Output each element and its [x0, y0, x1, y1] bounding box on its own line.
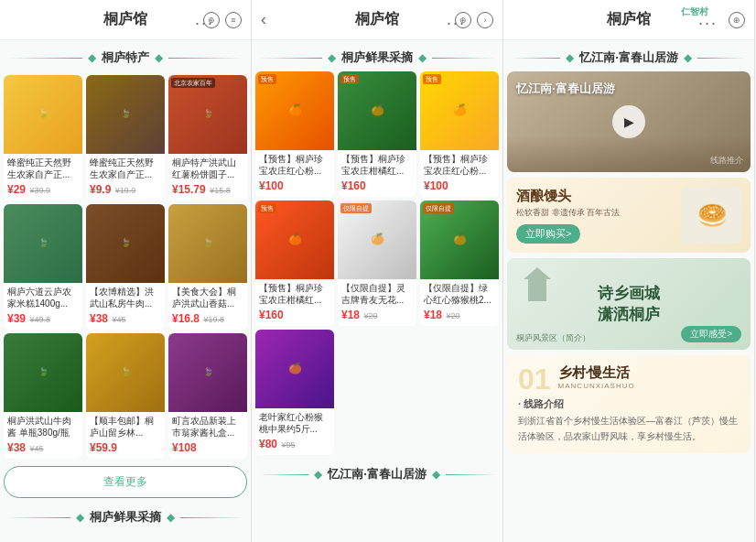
search-icon[interactable]: ⊕ — [203, 12, 220, 28]
product-image: 🍃 — [4, 204, 82, 283]
menu-icon[interactable]: ≡ — [225, 12, 242, 28]
product-info: 桐庐特产洪武山红薯粉饼圆子... ¥15.79 ¥15.8 — [168, 154, 247, 201]
fruit-product-image: 预售 🍊 — [338, 71, 416, 150]
product-title: 【顺丰包邮】桐庐山留乡林... — [90, 415, 161, 439]
video-banner[interactable]: 忆江南·富春山居游 ▶ 线路推介 — [507, 71, 751, 172]
fruit-pricing: ¥18 ¥20 — [424, 306, 495, 322]
fruit-product-card[interactable]: 预售 🍊 【预售】桐庐珍宝农庄柑橘红... ¥160 — [255, 201, 334, 326]
product-info: 蜂蜜纯正天然野生农家自产正... ¥29 ¥39.9 — [4, 154, 82, 201]
product-card[interactable]: 🍃 【顺丰包邮】桐庐山留乡林... ¥59.9 — [86, 333, 165, 459]
heading-icon: ◆ — [88, 51, 96, 64]
product-title: 【农博精选】洪武山私房牛肉... — [90, 286, 161, 309]
product-card[interactable]: 🍃 蜂蜜纯正天然野生农家自产正... ¥29 ¥39.9 — [4, 75, 82, 201]
fruit-tag: 仅限自提 — [340, 203, 372, 213]
fruit-title: 【预售】桐庐珍宝农庄柑橘红... — [341, 153, 413, 177]
product-card[interactable]: 🍃 桐庐洪武山牛肉酱 单瓶380g/瓶 ¥38 ¥45 — [4, 333, 82, 459]
rural-header: 01 乡村·慢生活 MANCUNXIASHUO — [518, 364, 740, 394]
product-tag: 北京农家百年 — [171, 78, 215, 88]
product-price: ¥39 — [7, 312, 26, 325]
product-pricing: ¥108 — [172, 439, 243, 455]
product-info: 【顺丰包邮】桐庐山留乡林... ¥59.9 — [86, 412, 165, 459]
product-info: 【农博精选】洪武山私房牛肉... ¥38 ¥45 — [86, 283, 165, 330]
fruit-tag: 预售 — [258, 74, 276, 84]
fruit-info: 【预售】桐庐珍宝农庄柑橘红... ¥160 — [338, 150, 416, 197]
product-card[interactable]: 🍃 【农博精选】洪武山私房牛肉... ¥38 ¥45 — [86, 204, 165, 330]
product-orig-price: ¥45 — [112, 315, 125, 324]
rural-num: 01 — [518, 364, 551, 394]
bottom-title-2: 忆江南·富春山居游 — [328, 466, 427, 482]
fruit-orig-price: ¥20 — [363, 311, 377, 320]
scenic-title-line2: 潇洒桐庐 — [598, 304, 660, 325]
product-card[interactable]: 🍃 町言农品新装上市翁家酱礼盒... ¥108 — [168, 333, 247, 459]
forward-icon[interactable]: › — [477, 12, 493, 28]
product-title: 町言农品新装上市翁家酱礼盒... — [172, 415, 243, 439]
section-heading-special: ◆ 桐庐特产 ◆ — [0, 40, 251, 71]
yj-icon-left: ◆ — [566, 51, 574, 64]
product-card[interactable]: 🍃 桐庐六道云庐农家米糕1400g... ¥39 ¥49.8 — [4, 204, 82, 330]
product-grid-special-main: 🍃 蜂蜜纯正天然野生农家自产正... ¥29 ¥39.9 🍃 蜂蜜纯正天然野生农… — [0, 75, 251, 462]
yj-line-left — [511, 58, 560, 59]
product-img-label: 🍃 — [38, 109, 49, 120]
fruit-product-card[interactable]: 预售 🍊 【预售】桐庐珍宝农庄红心粉... ¥100 — [420, 71, 499, 197]
bottom-line-right — [180, 517, 243, 518]
fruit-img-label: 🍊 — [371, 233, 384, 247]
fruit-pricing: ¥100 — [424, 177, 495, 193]
fruit-price: ¥160 — [341, 179, 366, 192]
fruit-product-card[interactable]: 仅限自提 🍊 【仅限自提】绿心红心猕猴桃2... ¥18 ¥20 — [420, 201, 499, 326]
fruit-orig-price: ¥20 — [446, 311, 459, 320]
fruit-price: ¥80 — [259, 438, 277, 450]
product-img-label: 🍃 — [203, 109, 213, 120]
fruit-pricing: ¥100 — [259, 177, 330, 193]
fruit-line-left — [259, 58, 322, 59]
search-icon-2[interactable]: ⊕ — [455, 12, 471, 28]
b2-line-left — [259, 474, 308, 475]
product-orig-price: ¥45 — [29, 444, 43, 453]
fruit-product-card[interactable]: 预售 🍊 【预售】桐庐珍宝农庄柑橘红... ¥160 — [338, 71, 416, 197]
fruit-product-grid: 预售 🍊 【预售】桐庐珍宝农庄红心粉... ¥100 预售 🍊 【预售】桐庐珍宝… — [252, 71, 502, 459]
product-title: 蜂蜜纯正天然野生农家自产正... — [90, 157, 161, 180]
ad-banner: 酒酿馒头 松软香甜 非遗传承 百年古法 立即购买> 🥯 仁智村 — [507, 178, 751, 253]
bottom-icon-right: ◆ — [167, 511, 175, 524]
product-img-label: 🍃 — [38, 238, 49, 249]
product-title: 【美食大会】桐庐洪武山香菇... — [172, 286, 243, 309]
product-image: 北京农家百年 🍃 — [168, 75, 247, 154]
more-button[interactable]: 查看更多 — [4, 466, 247, 498]
fruit-info: 【预售】桐庐珍宝农庄红心粉... ¥100 — [420, 150, 499, 197]
back-icon[interactable]: ‹ — [261, 10, 266, 29]
fruit-info: 【预售】桐庐珍宝农庄红心粉... ¥100 — [255, 150, 334, 197]
header-icons-1: ⊕ ≡ — [203, 12, 242, 28]
bottom-title-1: 桐庐鲜果采摘 — [90, 509, 161, 526]
fruit-icon-right: ◆ — [418, 51, 427, 64]
fruit-product-card[interactable]: 🍊 老叶家红心粉猴桃中果约5斤... ¥80 ¥95 — [255, 330, 334, 455]
product-pricing: ¥39 ¥49.8 — [7, 309, 79, 326]
search-icon-3[interactable]: ⊕ — [729, 12, 745, 28]
product-card[interactable]: 🍃 【美食大会】桐庐洪武山香菇... ¥16.8 ¥19.8 — [168, 204, 247, 330]
product-card[interactable]: 北京农家百年 🍃 桐庐特产洪武山红薯粉饼圆子... ¥15.79 ¥15.8 — [168, 75, 247, 201]
section-title-yj: 忆江南·富春山居游 — [579, 49, 678, 66]
fruit-product-card[interactable]: 预售 🍊 【预售】桐庐珍宝农庄红心粉... ¥100 — [255, 71, 334, 197]
scenic-title-line1: 诗乡画城 — [598, 283, 660, 304]
fruit-title: 【预售】桐庐珍宝农庄柑橘红... — [259, 282, 330, 306]
fruit-img-label: 🍊 — [371, 103, 384, 118]
fruit-product-card[interactable]: 仅限自提 🍊 【仅限自提】灵吉牌青友无花... ¥18 ¥20 — [338, 201, 416, 326]
product-title: 蜂蜜纯正天然野生农家自产正... — [7, 157, 79, 180]
play-button[interactable]: ▶ — [612, 105, 645, 138]
header-1: 桐庐馆 ... ⊕ ≡ — [0, 0, 251, 40]
scenic-btn[interactable]: 立即感受> — [681, 326, 741, 342]
panel-2: ‹ 桐庐馆 ... ⊕ › ◆ 桐庐鲜果采摘 ◆ 预售 🍊 【预售】桐庐珍宝农庄… — [252, 0, 503, 542]
bottom-line-left — [7, 517, 70, 518]
product-pricing: ¥9.9 ¥19.9 — [90, 180, 161, 197]
product-info: 桐庐六道云庐农家米糕1400g... ¥39 ¥49.8 — [4, 283, 82, 330]
panel-3-content: ◆ 忆江南·富春山居游 ◆ 忆江南·富春山居游 ▶ 线路推介 酒酿馒头 松软香甜… — [503, 40, 754, 542]
product-card[interactable]: 🍃 蜂蜜纯正天然野生农家自产正... ¥9.9 ¥19.9 — [86, 75, 165, 201]
product-price: ¥38 — [7, 441, 26, 454]
ad-buy-button[interactable]: 立即购买> — [516, 224, 580, 244]
product-orig-price: ¥19.8 — [203, 315, 224, 324]
fruit-title: 老叶家红心粉猴桃中果约5斤... — [259, 411, 330, 435]
fruit-title: 【仅限自提】灵吉牌青友无花... — [341, 282, 413, 306]
rural-title-block: 乡村·慢生活 MANCUNXIASHUO — [558, 364, 635, 390]
bottom-heading-1: ◆ 桐庐鲜果采摘 ◆ — [0, 502, 251, 529]
fruit-pricing: ¥160 — [259, 306, 330, 322]
product-image: 🍃 — [86, 333, 165, 412]
yj-line-right — [697, 58, 747, 59]
